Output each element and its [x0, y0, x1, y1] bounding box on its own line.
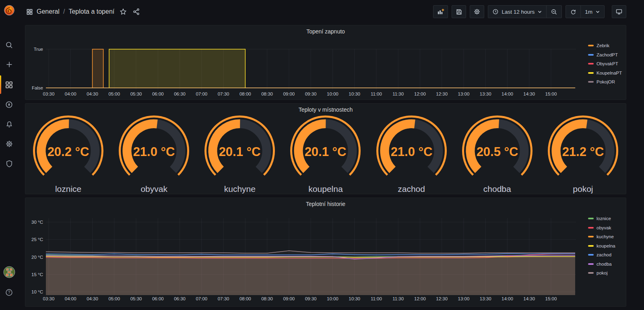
refresh-button[interactable]: [566, 6, 580, 18]
gauge-label: pokoj: [573, 184, 593, 194]
zoom-out-button[interactable]: [546, 6, 561, 18]
sidebar-item-explore[interactable]: [0, 98, 18, 111]
svg-text:11:30: 11:30: [392, 92, 404, 96]
svg-text:11:30: 11:30: [392, 296, 404, 301]
legend-swatch: [588, 45, 594, 46]
share-button[interactable]: [133, 8, 140, 15]
explore-compass-icon: [5, 100, 13, 109]
breadcrumb-section[interactable]: General: [37, 8, 60, 15]
svg-text:15:00: 15:00: [545, 92, 557, 96]
svg-text:06:00: 06:00: [152, 92, 164, 96]
legend-item[interactable]: ZachodPT: [588, 50, 622, 60]
sidebar-item-profile[interactable]: [0, 265, 18, 279]
gauge-value: 21.0 °C: [390, 145, 432, 159]
svg-text:09:30: 09:30: [305, 296, 317, 301]
svg-text:04:30: 04:30: [87, 92, 98, 96]
top-navigation-bar: General / Teplota a topení: [18, 0, 644, 23]
legend-label: ObyvakPT: [597, 61, 618, 66]
svg-text:12:00: 12:00: [414, 296, 426, 301]
svg-text:08:30: 08:30: [261, 296, 273, 301]
svg-text:10 °C: 10 °C: [31, 289, 43, 294]
gauge-value: 20.5 °C: [476, 145, 518, 159]
gauge-label: chodba: [483, 184, 511, 194]
sidebar-item-search[interactable]: [0, 38, 18, 52]
legend-swatch: [588, 254, 594, 256]
star-button[interactable]: [120, 8, 127, 15]
gauge-label: obyvak: [140, 184, 167, 194]
svg-text:04:00: 04:00: [65, 92, 76, 96]
dashboard-settings-button[interactable]: [470, 5, 484, 18]
gauge-value: 20.2 °C: [47, 145, 89, 159]
gauge-arc: 20.1 °C: [197, 115, 283, 184]
legend-item[interactable]: PokojOR: [588, 77, 622, 87]
breadcrumb-dashboard-title[interactable]: Teplota a topení: [68, 8, 114, 15]
svg-text:11:00: 11:00: [371, 296, 382, 301]
refresh-interval-select[interactable]: 1m: [580, 6, 604, 18]
sidebar-item-alerting[interactable]: [0, 118, 18, 131]
gauge-label: koupelna: [308, 184, 343, 194]
panel-heating-timeline: Topení zapnuto 03:3004:0004:3005:0005:30…: [25, 25, 626, 100]
svg-text:14:00: 14:00: [502, 296, 513, 301]
legend-item[interactable]: chodba: [588, 260, 615, 269]
svg-text:False: False: [32, 85, 43, 90]
sidebar-item-create[interactable]: [0, 58, 18, 71]
kiosk-mode-button[interactable]: [612, 5, 626, 18]
svg-text:05:00: 05:00: [108, 92, 120, 96]
sidebar-item-server-admin[interactable]: [0, 157, 18, 171]
legend-item[interactable]: ObyvakPT: [588, 59, 622, 69]
svg-text:08:30: 08:30: [261, 92, 273, 96]
legend-item[interactable]: obyvak: [588, 223, 615, 233]
grafana-dashboard: ? General / Teplota a topení: [0, 0, 644, 310]
save-dashboard-button[interactable]: [452, 5, 466, 18]
heating-chart[interactable]: 03:3004:0004:3005:0005:3006:0006:3007:00…: [25, 25, 626, 100]
history-legend: lozniceobyvakkuchynekoupelnazachodchodba…: [588, 214, 615, 278]
gauge-arc: 21.0 °C: [369, 115, 454, 184]
svg-text:20 °C: 20 °C: [31, 255, 43, 260]
legend-label: ZachodPT: [597, 52, 618, 57]
legend-label: koupelna: [597, 243, 615, 248]
svg-text:12:30: 12:30: [436, 296, 448, 301]
panel-title[interactable]: Teploty v místnostech: [25, 106, 626, 113]
svg-text:06:00: 06:00: [152, 296, 164, 301]
history-chart[interactable]: 03:3004:0004:3005:0005:3006:0006:3007:00…: [25, 198, 626, 306]
alerts-bell-icon: [5, 121, 13, 129]
gauge-value: 21.2 °C: [562, 145, 604, 159]
legend-item[interactable]: zachod: [588, 250, 615, 260]
svg-text:?: ?: [8, 290, 10, 295]
settings-gear-icon: [5, 140, 13, 148]
gauge-row: 20.2 °Cloznice21.0 °Cobyvak20.1 °Ckuchyn…: [25, 115, 626, 194]
panel-temperature-history: Teplotní historie 03:3004:0004:3005:0005…: [25, 198, 626, 307]
svg-text:10:30: 10:30: [349, 92, 360, 96]
gauge-arc: 20.1 °C: [283, 115, 368, 184]
time-range-picker[interactable]: Last 12 hours: [488, 6, 546, 18]
svg-text:05:30: 05:30: [130, 92, 142, 96]
plus-icon: [5, 60, 13, 69]
svg-text:04:30: 04:30: [87, 296, 98, 301]
legend-item[interactable]: kuchyne: [588, 232, 615, 241]
user-avatar: [3, 266, 15, 278]
gauge-loznice: 20.2 °Cloznice: [25, 115, 111, 194]
legend-item[interactable]: pokoj: [588, 268, 615, 278]
gauge-label: kuchyne: [224, 184, 256, 194]
legend-label: Zebrik: [597, 43, 609, 48]
sidebar-item-help[interactable]: ?: [0, 285, 18, 299]
gauge-arc: 21.2 °C: [540, 115, 626, 184]
admin-shield-icon: [5, 160, 13, 168]
grafana-logo[interactable]: [0, 2, 18, 18]
legend-item[interactable]: Zebrik: [588, 41, 622, 50]
legend-item[interactable]: KoupelnaPT: [588, 69, 622, 78]
sidebar-item-dashboards[interactable]: [0, 78, 18, 92]
add-panel-button[interactable]: [433, 5, 448, 18]
gauge-arc: 21.0 °C: [111, 115, 197, 184]
svg-text:15:00: 15:00: [545, 296, 557, 301]
svg-text:13:00: 13:00: [458, 92, 470, 96]
legend-item[interactable]: koupelna: [588, 241, 615, 251]
legend-label: pokoj: [597, 270, 608, 275]
legend-swatch: [588, 236, 594, 237]
svg-text:07:00: 07:00: [196, 296, 207, 301]
svg-text:03:30: 03:30: [43, 92, 55, 96]
svg-text:14:00: 14:00: [502, 92, 513, 96]
legend-label: KoupelnaPT: [597, 71, 622, 75]
sidebar-item-configuration[interactable]: [0, 137, 18, 151]
legend-item[interactable]: loznice: [588, 214, 615, 223]
